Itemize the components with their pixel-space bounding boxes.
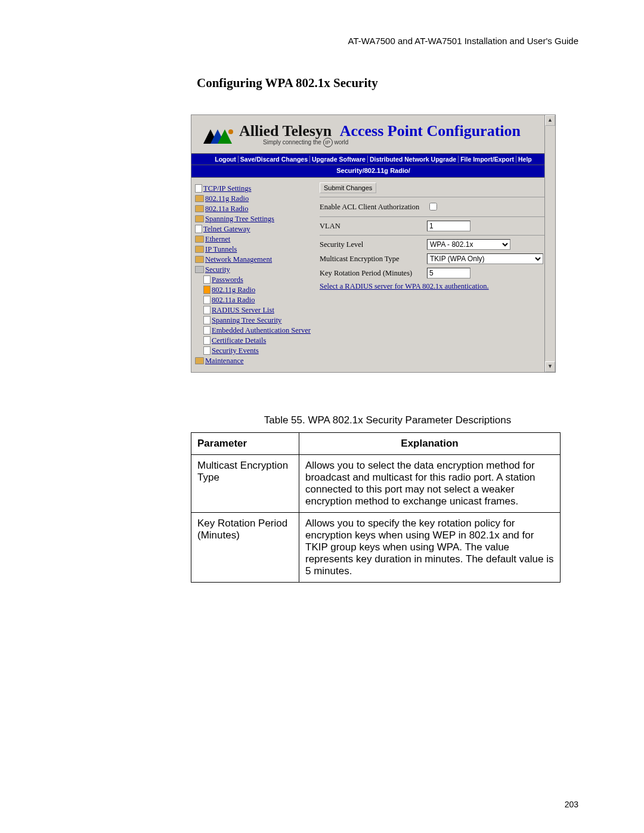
nav-item[interactable]: 802.11g Radio — [195, 285, 311, 295]
nav-link[interactable]: 802.11a Radio — [205, 205, 248, 213]
nav-link[interactable]: RADIUS Server List — [212, 306, 274, 314]
nav-link[interactable]: Network Management — [205, 255, 272, 264]
nav-item[interactable]: IP Tunnels — [195, 244, 311, 255]
menubar: LogoutSave/Discard ChangesUpgrade Softwa… — [191, 153, 555, 165]
nav-link[interactable]: Embedded Authentication Server — [212, 326, 311, 335]
menu-item[interactable]: File Import/Export — [459, 156, 516, 163]
nav-link[interactable]: Certificate Details — [212, 336, 266, 345]
key-rotation-label: Key Rotation Period (Minutes) — [320, 269, 427, 278]
cell-explanation: Allows you to specify the key rotation p… — [299, 513, 561, 583]
folder-icon — [195, 256, 204, 263]
folder-icon — [195, 205, 204, 212]
cell-parameter: Key Rotation Period (Minutes) — [191, 513, 299, 583]
submit-changes-button[interactable]: Submit Changes — [320, 182, 376, 193]
table-caption: Table 55. WPA 802.1x Security Parameter … — [197, 414, 578, 426]
menu-item[interactable]: Save/Discard Changes — [239, 156, 310, 163]
nav-link[interactable]: Ethernet — [205, 235, 230, 243]
page-icon — [203, 306, 210, 314]
scroll-down-icon[interactable]: ▼ — [545, 361, 555, 372]
security-level-select[interactable]: WPA - 802.1x — [427, 239, 510, 250]
folder-icon — [195, 215, 204, 222]
brand-name: Allied Telesyn — [239, 122, 332, 140]
app-header: Allied Telesyn Access Point Configuratio… — [191, 115, 555, 153]
form-panel: Submit Changes Enable ACL Client Authori… — [314, 178, 555, 372]
page-number: 203 — [565, 800, 578, 809]
nav-item[interactable]: Spanning Tree Security — [195, 315, 311, 326]
cell-parameter: Multicast Encryption Type — [191, 455, 299, 513]
page-icon — [195, 225, 202, 233]
vlan-label: VLAN — [320, 222, 427, 231]
nav-link[interactable]: IP Tunnels — [205, 245, 237, 253]
nav-link[interactable]: Security Events — [212, 346, 259, 355]
radius-server-link[interactable]: Select a RADIUS server for WPA 802.1x au… — [320, 282, 489, 290]
nav-item[interactable]: Security Events — [195, 346, 311, 356]
params-table: Parameter Explanation Multicast Encrypti… — [191, 432, 561, 583]
folder-icon — [195, 236, 204, 243]
nav-link[interactable]: 802.11g Radio — [205, 194, 249, 203]
folder-icon — [195, 246, 204, 253]
nav-item[interactable]: Network Management — [195, 255, 311, 265]
nav-item[interactable]: TCP/IP Settings — [195, 184, 311, 194]
folder-icon — [195, 357, 204, 364]
page-icon — [203, 296, 210, 304]
page-icon — [203, 346, 210, 355]
menu-item[interactable]: Distributed Network Upgrade — [368, 156, 459, 163]
ip-circle-icon: IP — [323, 138, 333, 147]
app-screenshot: Allied Telesyn Access Point Configuratio… — [191, 114, 556, 373]
page-icon — [203, 275, 210, 284]
nav-item[interactable]: Spanning Tree Settings — [195, 214, 311, 224]
nav-link[interactable]: Passwords — [212, 275, 243, 284]
brand-subtitle: Access Point Configuration — [340, 122, 521, 140]
nav-item[interactable]: 802.11g Radio — [195, 194, 311, 204]
doc-header: AT-WA7500 and AT-WA7501 Installation and… — [197, 36, 578, 46]
acl-label: Enable ACL Client Authorization — [320, 203, 427, 212]
mcast-enc-select[interactable]: TKIP (WPA Only) — [427, 253, 543, 264]
page-icon — [203, 326, 210, 335]
col-parameter: Parameter — [191, 433, 299, 455]
page-icon — [195, 184, 202, 193]
nav-item[interactable]: 802.11a Radio — [195, 295, 311, 305]
nav-item[interactable]: Certificate Details — [195, 336, 311, 346]
nav-item[interactable]: Passwords — [195, 275, 311, 285]
breadcrumb: Security/802.11g Radio/ — [191, 165, 555, 178]
table-row: Multicast Encryption TypeAllows you to s… — [191, 455, 561, 513]
key-rotation-input[interactable] — [427, 268, 470, 278]
svg-point-3 — [228, 129, 233, 134]
nav-item[interactable]: RADIUS Server List — [195, 305, 311, 315]
nav-item[interactable]: Telnet Gateway — [195, 224, 311, 234]
vlan-input[interactable] — [427, 221, 470, 231]
nav-link[interactable]: Security — [205, 265, 230, 274]
nav-link[interactable]: Telnet Gateway — [203, 225, 250, 233]
nav-item[interactable]: Embedded Authentication Server — [195, 326, 311, 336]
page-icon — [203, 316, 210, 324]
acl-checkbox[interactable] — [429, 203, 437, 210]
mcast-enc-label: Multicast Encryption Type — [320, 255, 427, 264]
menu-item[interactable]: Upgrade Software — [310, 156, 368, 163]
page-icon — [203, 286, 210, 294]
menu-item[interactable]: Logout — [213, 156, 239, 163]
nav-item[interactable]: Ethernet — [195, 234, 311, 244]
nav-link[interactable]: Spanning Tree Settings — [205, 215, 274, 223]
folder-icon — [195, 266, 204, 273]
folder-icon — [195, 195, 204, 202]
nav-link[interactable]: Maintenance — [205, 357, 244, 365]
nav-link[interactable]: 802.11a Radio — [212, 296, 255, 304]
nav-item[interactable]: 802.11a Radio — [195, 204, 311, 214]
scroll-up-icon[interactable]: ▲ — [545, 115, 555, 126]
nav-tree: TCP/IP Settings802.11g Radio802.11a Radi… — [191, 178, 314, 372]
nav-item[interactable]: Security — [195, 265, 311, 275]
table-row: Key Rotation Period (Minutes)Allows you … — [191, 513, 561, 583]
logo-icon — [202, 128, 234, 145]
page-icon — [203, 336, 210, 345]
menu-item[interactable]: Help — [516, 156, 534, 163]
section-title: Configuring WPA 802.1x Security — [197, 76, 578, 91]
nav-item[interactable]: Maintenance — [195, 356, 311, 366]
nav-link[interactable]: 802.11g Radio — [212, 286, 255, 294]
nav-link[interactable]: TCP/IP Settings — [203, 184, 251, 193]
cell-explanation: Allows you to select the data encryption… — [299, 455, 561, 513]
col-explanation: Explanation — [299, 433, 561, 455]
security-level-label: Security Level — [320, 240, 427, 249]
nav-link[interactable]: Spanning Tree Security — [212, 316, 281, 324]
scrollbar[interactable]: ▲ ▼ — [544, 115, 555, 372]
